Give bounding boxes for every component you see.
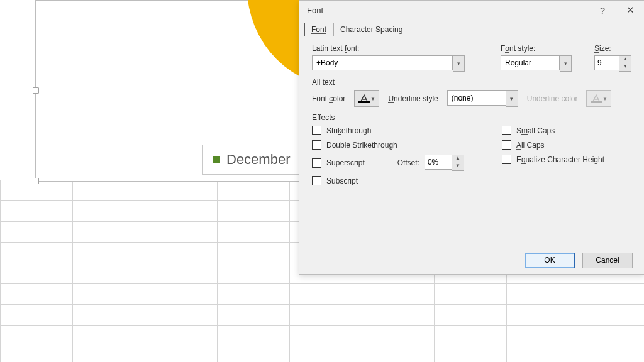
underline-color-label: Underline color [527, 94, 578, 103]
chevron-down-icon: ▼ [370, 96, 375, 102]
all-text-label: All text [312, 78, 631, 87]
dialog-button-bar: OK Cancel [299, 246, 644, 274]
underline-color-button: ▼ [586, 90, 611, 107]
superscript-checkbox[interactable]: Superscript [312, 158, 365, 168]
font-style-dropdown[interactable]: ▾ [501, 55, 572, 72]
close-button[interactable]: ✕ [616, 1, 644, 19]
all-caps-checkbox[interactable]: All Caps [502, 140, 604, 150]
offset-spinner[interactable]: ▲▼ [425, 155, 464, 171]
cancel-button[interactable]: Cancel [582, 253, 633, 268]
font-color-button[interactable]: ▼ [354, 90, 379, 107]
underline-color-icon [591, 94, 602, 103]
font-color-icon [358, 94, 370, 103]
size-spinner[interactable]: ▲▼ [594, 55, 631, 72]
font-style-input[interactable] [501, 55, 560, 70]
latin-font-label: Latin text font: [312, 44, 478, 53]
dialog-titlebar[interactable]: Font ? ✕ [299, 1, 644, 19]
chevron-down-icon: ▼ [602, 96, 608, 102]
chevron-down-icon[interactable]: ▾ [453, 55, 465, 72]
latin-font-dropdown[interactable]: ▾ [312, 55, 478, 72]
font-dialog: Font ? ✕ Font Character Spacing Latin te… [299, 0, 644, 275]
underline-style-dropdown[interactable]: ▾ [447, 90, 518, 107]
font-style-label: Font style: [501, 44, 572, 53]
latin-font-input[interactable] [312, 55, 453, 70]
dialog-title: Font [307, 6, 323, 15]
spinner-buttons[interactable]: ▲▼ [452, 155, 464, 171]
resize-handle-bottom-left[interactable] [33, 178, 39, 184]
chevron-down-icon[interactable]: ▾ [506, 90, 518, 107]
tab-font[interactable]: Font [304, 23, 333, 36]
underline-style-input[interactable] [447, 90, 506, 106]
legend-color-swatch [213, 156, 220, 163]
font-color-label: Font color [312, 94, 345, 103]
help-button[interactable]: ? [589, 1, 616, 19]
underline-style-label: Underline style [388, 94, 438, 103]
chevron-down-icon[interactable]: ▾ [560, 55, 572, 72]
resize-handle-left[interactable] [33, 87, 39, 94]
size-input[interactable] [594, 55, 619, 70]
equalize-height-checkbox[interactable]: Equalize Character Height [502, 155, 604, 164]
offset-label: Offset: [397, 158, 419, 167]
size-label: Size: [594, 44, 631, 53]
ok-button[interactable]: OK [525, 253, 575, 268]
offset-input[interactable] [425, 155, 452, 170]
strikethrough-checkbox[interactable]: Strikethrough [312, 126, 464, 135]
double-strikethrough-checkbox[interactable]: Double Strikethrough [312, 140, 464, 150]
small-caps-checkbox[interactable]: Small Caps [502, 126, 604, 135]
subscript-checkbox[interactable]: Subscript [312, 176, 464, 185]
legend-item-label: December [226, 151, 290, 168]
effects-label: Effects [312, 113, 631, 122]
spinner-buttons[interactable]: ▲▼ [619, 55, 631, 72]
tab-character-spacing[interactable]: Character Spacing [333, 23, 409, 36]
